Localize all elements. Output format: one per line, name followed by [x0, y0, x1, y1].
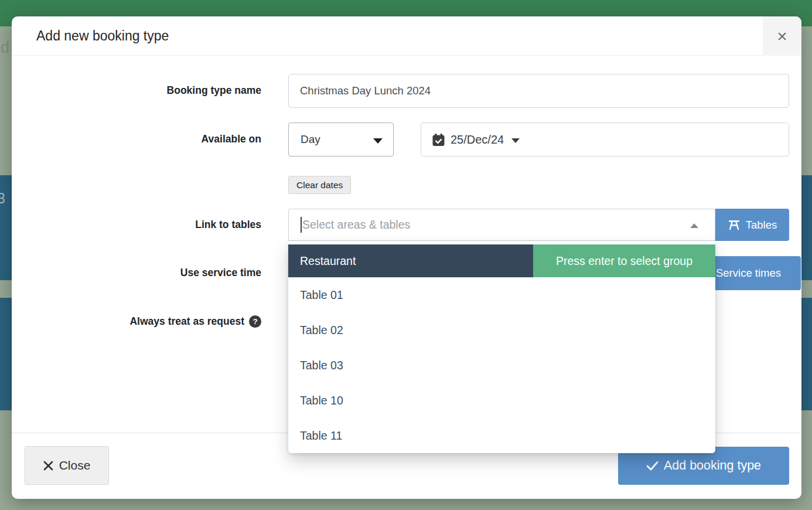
- close-icon[interactable]: ×: [763, 16, 801, 56]
- dropdown-item-table-11[interactable]: Table 11: [288, 418, 715, 453]
- dropdown-group-name: Restaurant: [288, 244, 533, 277]
- text-cursor: [301, 217, 302, 233]
- tables-button-label: Tables: [746, 219, 777, 232]
- use-service-time-label: Use service time: [180, 267, 261, 279]
- chevron-down-icon: [511, 138, 520, 143]
- help-icon[interactable]: ?: [249, 315, 261, 328]
- chevron-down-icon: [373, 138, 383, 144]
- modal-title: Add new booking type: [36, 16, 169, 56]
- date-value: 25/Dec/24: [451, 133, 504, 147]
- dropdown-item-table-10[interactable]: Table 10: [288, 383, 715, 418]
- available-on-selected-value: Day: [289, 133, 320, 146]
- dropdown-item-table-01[interactable]: Table 01: [288, 277, 715, 312]
- link-to-tables-label: Link to tables: [195, 219, 261, 231]
- modal-header: Add new booking type: [12, 16, 801, 56]
- background-clipped-text: 3: [0, 190, 6, 207]
- clear-dates-button[interactable]: Clear dates: [288, 176, 351, 194]
- calendar-icon: [432, 133, 445, 147]
- dropdown-group-restaurant[interactable]: Restaurant Press enter to select group: [288, 244, 715, 277]
- add-booking-type-modal: Add new booking type × Booking type name…: [12, 16, 801, 499]
- tables-button[interactable]: Tables: [715, 209, 789, 241]
- booking-type-name-input[interactable]: [288, 74, 789, 108]
- always-treat-as-request-label: Always treat as request ?: [129, 315, 261, 328]
- x-icon: [43, 461, 53, 471]
- chevron-up-icon: [690, 223, 698, 228]
- dropdown-item-table-03[interactable]: Table 03: [288, 348, 715, 383]
- tables-dropdown: Restaurant Press enter to select group T…: [288, 241, 715, 453]
- add-booking-type-label: Add booking type: [664, 458, 761, 473]
- booking-type-name-label: Booking type name: [167, 84, 261, 97]
- close-button[interactable]: Close: [25, 446, 109, 485]
- available-on-label: Available on: [202, 133, 261, 145]
- available-on-select[interactable]: Day: [288, 123, 394, 157]
- date-picker[interactable]: 25/Dec/24: [421, 123, 789, 157]
- dropdown-item-table-02[interactable]: Table 02: [288, 312, 715, 348]
- tables-combobox-placeholder: Select areas & tables: [302, 218, 410, 232]
- close-button-label: Close: [59, 458, 91, 472]
- always-treat-as-request-text: Always treat as request: [129, 315, 244, 328]
- dropdown-group-hint: Press enter to select group: [533, 244, 715, 277]
- picnic-table-icon: [728, 220, 741, 230]
- check-icon: [646, 461, 659, 471]
- background-clipped-text: d: [1, 39, 9, 57]
- service-times-button-label: Service times: [716, 267, 781, 280]
- tables-combobox[interactable]: Select areas & tables: [288, 209, 715, 241]
